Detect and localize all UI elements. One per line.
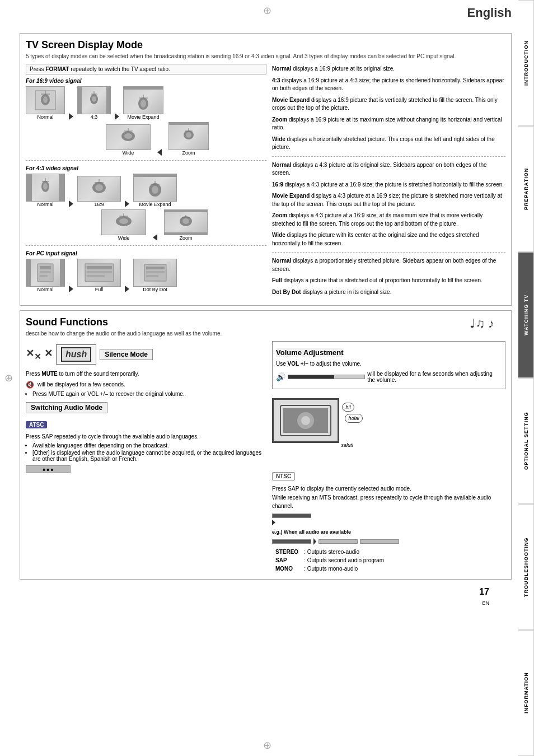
registration-mark-bottom: ⊕ — [263, 739, 271, 752]
mode-169-43: 16:9 — [77, 176, 121, 207]
registration-mark-left: ⊕ — [4, 372, 13, 384]
svg-point-58 — [301, 416, 310, 425]
stereo-table: STEREO : Outputs stereo-audio SAP : Outp… — [272, 547, 387, 573]
svg-rect-43 — [40, 271, 51, 273]
desc-wide-169: Wide displays a horizontally stretched p… — [272, 136, 505, 152]
signal-label-169: For 16:9 video signal — [26, 78, 266, 84]
svg-rect-53 — [140, 262, 144, 284]
mode-full-pc: Full — [77, 259, 121, 292]
sound-right-content: Volume Adjustment Use VOL +/– to adjust … — [272, 341, 505, 573]
ntsc-channel-bars — [272, 514, 505, 525]
svg-point-10 — [140, 100, 146, 108]
mode-zoom-169: Zoom — [168, 122, 209, 156]
ntsc-badge-container: NTSC — [272, 470, 505, 483]
page-number: 17 — [479, 587, 489, 596]
mode-movie-expand-169: Movie Expand — [123, 86, 163, 120]
svg-point-34 — [119, 218, 128, 224]
volume-box: Volume Adjustment Use VOL +/– to adjust … — [272, 341, 505, 389]
sound-section: Sound Functions describe how to change t… — [20, 310, 512, 580]
sound-left-content: ✕✕ ✕ hush Silence Mode Press MUTE to tur… — [26, 341, 266, 573]
mode-normal-169: Normal — [26, 86, 65, 120]
tv-mode-layout: Press FORMAT repeatedly to switch the TV… — [26, 64, 505, 300]
atsc-screen-icon: ■ ■ ■ — [26, 465, 266, 473]
registration-mark-top: ⊕ — [263, 4, 271, 17]
sap-desc: : Outputs second audio program — [302, 557, 386, 564]
arrow-pc-2 — [125, 286, 129, 292]
mode-wide-43: Wide — [101, 209, 146, 241]
desc-zoom-169: Zoom displays a 16:9 picture at its maxi… — [272, 116, 505, 132]
tv-language-illustration: hi! hola! salut! — [272, 398, 339, 443]
mono-row: MONO : Outputs mono-audio — [273, 565, 386, 572]
silence-bullet-1: Press MUTE again or VOL +/– to recover t… — [32, 391, 266, 397]
stereo-bar-r1 — [318, 539, 358, 544]
svg-rect-44 — [40, 275, 48, 277]
svg-rect-46 — [87, 266, 112, 269]
atsc-bullet-1: Available languages differ depending on … — [32, 442, 266, 449]
side-tabs: INTRODUCTION PREPARATION WATCHING TV OPT… — [518, 0, 534, 756]
desc-169-43: 16:9 displays a 4:3 picture at a 16:9 si… — [272, 181, 505, 189]
ntsc-badge: NTSC — [272, 472, 295, 480]
mono-term: MONO — [273, 565, 301, 572]
volume-label: Volume Adjustment — [276, 348, 344, 357]
sidebar-item-introduction[interactable]: INTRODUCTION — [518, 0, 534, 126]
audio-bar-1 — [272, 514, 311, 518]
desc-full-pc: Full displays a picture that is stretche… — [272, 277, 505, 285]
sidebar-item-preparation[interactable]: PREPARATION — [518, 126, 534, 252]
silence-bullets: Press MUTE again or VOL +/– to recover t… — [26, 391, 266, 397]
stereo-term: STEREO — [273, 548, 301, 556]
sap-term: SAP — [273, 557, 301, 564]
desc-wide-43: Wide displays the picture with its cente… — [272, 231, 505, 248]
sidebar-item-watching-tv[interactable]: WATCHING TV — [518, 252, 534, 378]
desc-43-169: 4:3 displays a 16:9 picture at a 4:3 siz… — [272, 77, 505, 93]
ntsc-section: NTSC Press SAP to display the currently … — [272, 470, 505, 574]
mute-icon: 🔇 — [26, 381, 34, 389]
stereo-bar-r2 — [360, 539, 399, 544]
svg-rect-47 — [87, 271, 112, 273]
signal-label-43: For 4:3 video signal — [26, 165, 266, 171]
stereo-bars — [272, 538, 505, 545]
audio-bar-arrow-row — [272, 520, 505, 525]
atsc-bullets: Available languages differ depending on … — [26, 442, 266, 462]
mode-43-169: 4:3 — [77, 86, 111, 120]
silence-display-row: 🔇 will be displayed for a few seconds. — [26, 381, 266, 389]
desc-normal-pc: Normal displays a proportionately stretc… — [272, 257, 505, 273]
stereo-bar-l — [272, 539, 311, 544]
svg-point-18 — [186, 132, 191, 138]
mode-normal-43: Normal — [26, 174, 65, 207]
svg-point-14 — [124, 133, 132, 139]
audio-arrow — [272, 520, 275, 525]
mode-zoom-43: Zoom — [164, 209, 208, 241]
svg-rect-51 — [146, 271, 165, 273]
desc-dotbydot-pc: Dot By Dot displays a picture in its ori… — [272, 288, 505, 297]
svg-rect-54 — [167, 262, 171, 284]
sidebar-item-information[interactable]: INFORMATION — [518, 630, 534, 756]
desc-movie-expand-43: Movie Expand displays a 4:3 picture at a… — [272, 192, 505, 208]
svg-rect-50 — [146, 267, 165, 269]
ntsc-note: While receiving an MTS broadcast, press … — [272, 494, 505, 510]
mode-row-43-bottom: Wide — [43, 209, 266, 241]
speech-bubble-salut: salut! — [341, 442, 353, 448]
page-number-container: 17 EN — [20, 584, 512, 610]
speech-bubble-hi: hi! — [342, 403, 354, 412]
svg-point-30 — [152, 186, 158, 194]
mode-row-pc: Normal — [26, 259, 266, 292]
silence-mode-label: Silence Mode — [100, 349, 153, 360]
main-content: TV Screen Display Mode 5 types of displa… — [11, 23, 517, 615]
example-note: e.g.) When all audio are available — [272, 529, 505, 536]
sound-section-subtitle: describe how to change the audio or the … — [26, 330, 222, 337]
sidebar-item-troubleshooting[interactable]: TROUBLESHOOTING — [518, 504, 534, 630]
arrow-wide-zoom-43 — [153, 234, 157, 241]
volume-bar — [288, 375, 365, 379]
mode-movie-expand-43: Movie Expand — [133, 174, 177, 207]
arrow-169-1 — [69, 113, 73, 120]
stereo-row: STEREO : Outputs stereo-audio — [273, 548, 386, 556]
sidebar-item-optional-setting[interactable]: OPTIONAL SETTING — [518, 378, 534, 504]
svg-rect-48 — [87, 275, 105, 277]
tv-screen-section: TV Screen Display Mode 5 types of displa… — [20, 33, 512, 306]
desc-zoom-43: Zoom displays a 4:3 picture at a 16:9 si… — [272, 212, 505, 228]
sound-section-title: Sound Functions — [26, 316, 222, 328]
mono-desc: : Outputs mono-audio — [302, 565, 386, 572]
svg-point-38 — [182, 218, 189, 224]
svg-point-26 — [95, 184, 103, 191]
desc-movie-expand-169: Movie Expand displays a 16:9 picture tha… — [272, 96, 505, 113]
